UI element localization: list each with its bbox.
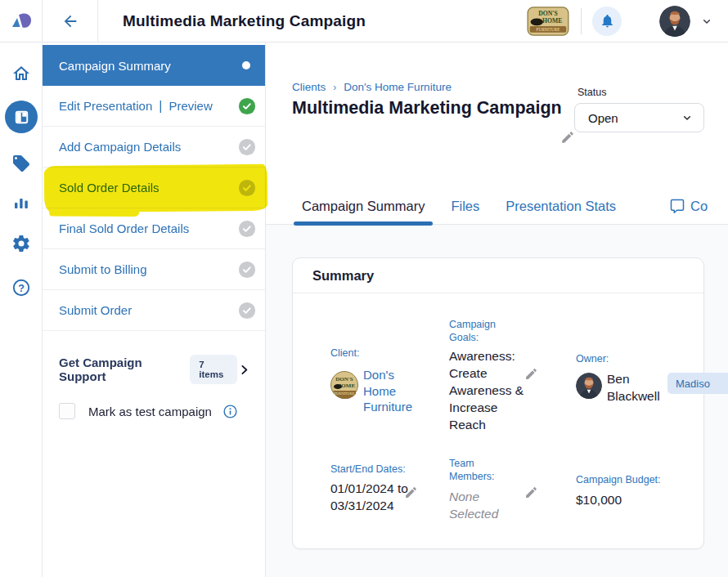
edit-dates-button[interactable]	[404, 485, 418, 503]
client-label: Client:	[330, 347, 359, 360]
test-campaign-label: Mark as test campaign	[88, 405, 212, 418]
svg-text:DON'S: DON'S	[538, 10, 558, 17]
dates-label: Start/End Dates:	[330, 463, 406, 476]
back-arrow-icon	[61, 12, 79, 30]
tab-files[interactable]: Files	[443, 188, 488, 224]
topbar-divider	[581, 8, 582, 34]
icon-rail: ?	[0, 42, 43, 577]
incomplete-check-icon	[238, 138, 256, 156]
test-campaign-info[interactable]	[222, 404, 238, 419]
edit-goals-button[interactable]	[524, 367, 538, 384]
back-button[interactable]	[43, 0, 98, 42]
pencil-icon	[524, 367, 538, 381]
svg-text:FURNITURE: FURNITURE	[537, 27, 560, 32]
pencil-icon	[404, 485, 418, 499]
dashboard-icon	[14, 110, 29, 125]
owner-name: Ben Blackwell	[607, 371, 666, 405]
chevron-down-icon	[700, 15, 713, 28]
menu-item-add-campaign-details[interactable]: Add Campaign Details	[43, 127, 265, 168]
label-separator: |	[159, 99, 162, 114]
client-logo: DON'S HOME FURNITURE	[527, 7, 569, 36]
tab-bar: Campaign Summary Files Presentation Stat…	[294, 188, 624, 224]
menu-item-label: Sold Order Details	[59, 181, 238, 195]
menu-item-submit-order[interactable]: Submit Order	[43, 290, 265, 331]
main-content: Clients › Don's Home Furniture Multimedi…	[266, 42, 728, 577]
menu-item-submit-to-billing[interactable]: Submit to Billing	[43, 249, 265, 290]
get-campaign-support[interactable]: Get Campaign Support 7 items	[43, 356, 264, 383]
menu-item-label: Campaign Summary	[59, 59, 242, 73]
home-icon[interactable]	[11, 64, 31, 83]
test-campaign-row: Mark as test campaign	[59, 403, 238, 419]
team-label: Team Members:	[449, 457, 508, 484]
app-logo[interactable]	[0, 0, 43, 42]
edit-presentation-link[interactable]: Edit Presentation	[59, 99, 152, 113]
breadcrumb-separator: ›	[333, 81, 336, 93]
goals-value: Awareness: Create Awareness & Increase R…	[449, 348, 537, 434]
team-value: None Selected	[449, 489, 515, 523]
client-field: Client:	[330, 347, 359, 360]
pencil-icon	[524, 485, 538, 499]
account-menu-chevron[interactable]	[700, 15, 713, 28]
support-label: Get Campaign Support	[59, 356, 179, 383]
svg-text:HOME: HOME	[542, 16, 562, 24]
svg-text:?: ?	[18, 283, 25, 294]
app-window: Multimedia Marketing Campaign DON'S HOME…	[0, 0, 728, 577]
tag-icon[interactable]	[11, 154, 31, 173]
menu-item-edit-presentation[interactable]: Edit Presentation | Preview	[43, 86, 265, 127]
user-avatar-image	[659, 6, 690, 37]
owner-market-badge: Madiso	[667, 373, 728, 394]
tab-campaign-summary[interactable]: Campaign Summary	[294, 188, 433, 224]
menu-item-label: Submit to Billing	[59, 262, 238, 276]
edit-team-button[interactable]	[524, 485, 538, 503]
notifications-button[interactable]	[592, 7, 622, 36]
active-dot-indicator	[242, 61, 250, 69]
top-bar: Multimedia Marketing Campaign DON'S HOME…	[0, 0, 728, 42]
info-icon	[222, 404, 238, 419]
dashboard-nav-active[interactable]	[5, 101, 38, 133]
test-campaign-checkbox[interactable]	[59, 403, 75, 419]
goals-label: Campaign Goals:	[449, 318, 508, 345]
menu-item-label: Submit Order	[59, 303, 238, 317]
summary-card-title: Summary	[293, 258, 703, 293]
tab-presentation-stats[interactable]: Presentation Stats	[497, 188, 624, 224]
workflow-menu: Campaign Summary Edit Presentation | Pre…	[43, 42, 266, 577]
svg-text:FURNITURE: FURNITURE	[335, 391, 355, 396]
budget-label: Campaign Budget:	[576, 473, 661, 486]
help-icon[interactable]: ?	[11, 278, 31, 297]
breadcrumb-clients[interactable]: Clients	[292, 81, 326, 93]
bar-chart-icon[interactable]	[11, 192, 31, 212]
incomplete-check-icon	[238, 220, 256, 238]
client-logo-icon: DON'S HOME FURNITURE	[330, 371, 358, 399]
support-items-badge: 7 items	[190, 355, 237, 384]
app-logo-icon	[8, 8, 34, 34]
edit-title-button[interactable]	[560, 130, 575, 148]
dates-value: 01/01/2024 to 03/31/2024	[330, 481, 408, 515]
menu-item-sold-order-details[interactable]: Sold Order Details	[43, 168, 265, 208]
summary-card: Summary Client: DON'S HOME FURNITURE Don…	[292, 257, 704, 549]
owner-avatar	[576, 373, 602, 399]
breadcrumb: Clients › Don's Home Furniture	[292, 81, 452, 93]
gear-icon[interactable]	[11, 234, 31, 253]
menu-item-label: Final Sold Order Details	[59, 221, 238, 235]
page-title: Multimedia Marketing Campaign	[292, 95, 578, 121]
user-avatar[interactable]	[659, 6, 690, 37]
incomplete-check-icon	[238, 179, 256, 197]
status-dropdown[interactable]: Open	[574, 103, 704, 132]
status-label: Status	[577, 87, 606, 98]
window-title: Multimedia Marketing Campaign	[123, 12, 527, 30]
breadcrumb-client-name[interactable]: Don's Home Furniture	[344, 81, 452, 93]
owner-avatar-image	[576, 373, 602, 399]
topbar-right: DON'S HOME FURNITURE	[527, 6, 728, 37]
client-logo-thumb[interactable]: DON'S HOME FURNITURE	[330, 371, 358, 402]
preview-link[interactable]: Preview	[169, 99, 238, 113]
complete-check-icon	[238, 97, 256, 115]
tab-comments[interactable]: Co	[670, 188, 708, 224]
support-chevron[interactable]	[237, 363, 251, 377]
menu-item-campaign-summary[interactable]: Campaign Summary	[43, 45, 265, 86]
menu-item-label: Add Campaign Details	[59, 140, 238, 154]
comment-icon	[670, 199, 685, 213]
client-name-link[interactable]: Don's Home Furniture	[363, 367, 430, 415]
tab-comments-label: Co	[690, 199, 708, 214]
menu-item-final-sold-order-details[interactable]: Final Sold Order Details	[43, 208, 265, 249]
chevron-right-icon	[237, 363, 251, 377]
